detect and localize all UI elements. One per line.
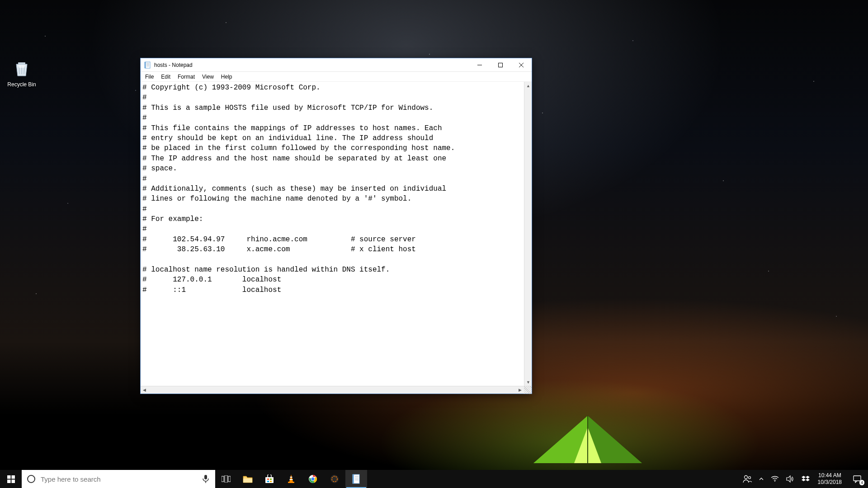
recycle-bin-icon [12,59,32,79]
svg-point-46 [774,481,775,482]
taskbar-chrome[interactable] [302,470,324,488]
svg-marker-30 [289,474,293,482]
svg-rect-16 [11,475,15,479]
search-input[interactable] [41,475,202,483]
svg-rect-26 [267,479,269,480]
window-controls [469,58,532,71]
svg-rect-25 [265,477,274,483]
notepad-icon [144,61,151,69]
scroll-up-arrow-icon[interactable]: ▲ [524,82,532,89]
svg-rect-31 [290,477,292,478]
maximize-button[interactable] [490,58,511,71]
clock-date: 10/3/2018 [818,479,842,486]
svg-marker-48 [802,476,806,479]
taskbar-microsoft-store[interactable] [259,470,280,488]
wifi-icon [771,476,779,482]
menu-edit[interactable]: Edit [157,73,174,81]
taskbar-clock[interactable]: 10:44 AM 10/3/2018 [813,472,846,486]
scroll-left-arrow-icon[interactable]: ◀ [141,386,148,394]
svg-point-44 [744,476,747,479]
taskbar-file-explorer[interactable] [237,470,259,488]
scroll-down-arrow-icon[interactable]: ▼ [524,378,532,386]
svg-point-45 [748,477,750,479]
svg-marker-3 [574,427,601,463]
taskbar-notepad[interactable] [345,470,367,488]
action-center-button[interactable]: 4 [846,470,868,488]
svg-rect-32 [290,479,293,480]
taskbar-app-circle[interactable] [324,470,345,488]
svg-rect-28 [267,481,269,482]
editor-textarea[interactable] [141,82,524,386]
svg-rect-17 [7,479,11,483]
svg-rect-23 [228,476,231,482]
svg-rect-22 [225,475,227,483]
volume-icon [786,475,794,483]
svg-point-36 [311,478,315,481]
svg-marker-49 [806,476,810,479]
tray-people[interactable] [739,470,755,488]
circle-app-icon [330,474,339,483]
start-button[interactable] [0,470,22,488]
wallpaper-tent [524,411,651,465]
svg-rect-6 [145,62,150,68]
svg-rect-52 [854,476,861,481]
titlebar[interactable]: hosts - Notepad [141,58,532,72]
taskbar-vlc[interactable] [280,470,302,488]
vlc-icon [287,474,295,483]
svg-marker-47 [787,476,790,482]
minimize-button[interactable] [469,58,490,71]
tray-volume[interactable] [783,470,798,488]
people-icon [743,475,752,483]
menu-view[interactable]: View [198,73,217,81]
menu-format[interactable]: Format [174,73,198,81]
cortana-icon [27,475,35,483]
svg-marker-50 [802,479,806,481]
microphone-icon[interactable] [202,475,210,483]
task-view-button[interactable] [215,470,237,488]
window-title: hosts - Notepad [154,62,469,68]
desktop-icon-label: Recycle Bin [5,81,39,88]
task-view-icon [222,475,231,483]
resize-grip-icon[interactable] [524,386,532,394]
svg-rect-5 [18,62,25,64]
notepad-window: hosts - Notepad File Edit Format View He… [140,58,532,394]
menu-file[interactable]: File [142,73,157,81]
svg-rect-15 [7,475,11,479]
svg-marker-2 [588,416,642,463]
svg-rect-12 [499,63,503,67]
svg-rect-40 [353,474,354,483]
svg-rect-29 [270,481,272,482]
tray-network[interactable] [767,470,783,488]
vertical-scrollbar[interactable]: ▲ ▼ [524,82,532,386]
svg-rect-33 [288,482,294,483]
chrome-icon [308,474,317,483]
horizontal-scrollbar[interactable]: ◀ ▶ [141,386,532,394]
tray-dropbox[interactable] [798,470,813,488]
svg-marker-0 [533,416,642,463]
windows-logo-icon [7,475,15,483]
menu-help[interactable]: Help [217,73,236,81]
chevron-up-icon [759,477,764,481]
svg-marker-1 [533,416,588,463]
svg-rect-19 [204,475,207,479]
system-tray: 10:44 AM 10/3/2018 4 [739,470,868,488]
close-button[interactable] [511,58,532,71]
desktop-icon-recycle-bin[interactable]: Recycle Bin [5,59,39,88]
search-box[interactable] [22,470,215,488]
svg-rect-21 [222,476,224,482]
dropbox-icon [802,475,810,483]
file-explorer-icon [243,475,253,483]
notification-badge: 4 [859,480,864,485]
svg-rect-18 [11,479,15,483]
notepad-taskbar-icon [352,474,361,484]
desktop[interactable]: Recycle Bin hosts - Notepad File [0,0,868,488]
svg-marker-51 [806,479,810,481]
store-icon [265,474,274,483]
tray-overflow[interactable] [755,470,767,488]
svg-rect-27 [270,479,272,480]
svg-rect-24 [243,479,252,483]
scroll-right-arrow-icon[interactable]: ▶ [516,386,524,394]
menubar: File Edit Format View Help [141,72,532,82]
taskbar: 10:44 AM 10/3/2018 4 [0,470,868,488]
clock-time: 10:44 AM [818,472,842,479]
